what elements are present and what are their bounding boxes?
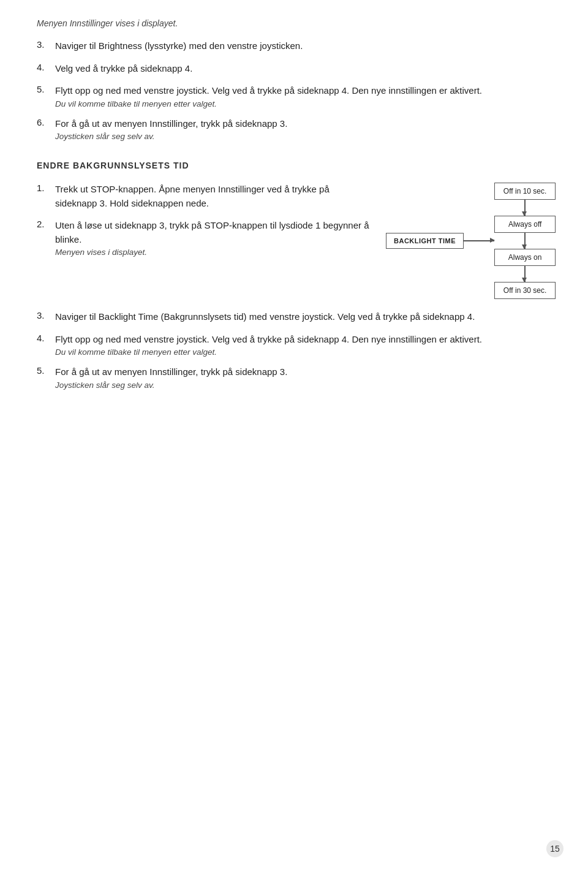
item-sub-text: Joysticken slår seg selv av.: [55, 381, 551, 390]
list-item: 5. For å gå ut av menyen Innstillinger, …: [37, 365, 551, 390]
v-arrow-1: [524, 200, 526, 216]
page-number: 15: [546, 840, 564, 857]
item-main-text: Trekk ut STOP-knappen. Åpne menyen Innst…: [55, 183, 374, 210]
item-num: 1.: [37, 183, 50, 210]
item-content: Naviger til Backlight Time (Bakgrunnslys…: [55, 310, 551, 324]
top-items-list: 3. Naviger til Brightness (lysstyrke) me…: [37, 39, 551, 141]
item-num: 4.: [37, 333, 50, 357]
page-container: Menyen Innstillinger vises i displayet. …: [0, 0, 588, 435]
list-item: 4. Flytt opp og ned med venstre joystick…: [37, 333, 551, 357]
diagram-text-col: 1. Trekk ut STOP-knappen. Åpne menyen In…: [37, 183, 374, 265]
item-content: Flytt opp og ned med venstre joystick. V…: [55, 333, 551, 357]
list-item: 3. Naviger til Backlight Time (Bakgrunns…: [37, 310, 551, 324]
item-sub-text: Du vil komme tilbake til menyen etter va…: [55, 347, 551, 357]
flowchart-item-2: Always on: [494, 249, 556, 266]
item-main-text: Naviger til Brightness (lysstyrke) med d…: [55, 39, 551, 53]
item-num: 5.: [37, 84, 50, 108]
item-num: 2.: [37, 219, 50, 257]
section-header: ENDRE BAKGRUNNSLYSETS TID: [37, 161, 551, 170]
v-arrow-3: [524, 266, 526, 282]
item-sub-text: Joysticken slår seg selv av.: [55, 132, 551, 141]
list-item: 6. For å gå ut av menyen Innstillinger, …: [37, 117, 551, 142]
item-sub-text: Du vil komme tilbake til menyen etter va…: [55, 99, 551, 108]
item-main-text: Velg ved å trykke på sideknapp 4.: [55, 62, 551, 76]
flowchart: BACKLIGHT TIME Off in 10 sec. Always off…: [386, 183, 551, 299]
item-content: For å gå ut av menyen Innstillinger, try…: [55, 117, 551, 142]
flowchart-item-1: Always off: [494, 216, 556, 233]
item-num: 6.: [37, 117, 50, 142]
item-main-text: Flytt opp og ned med venstre joystick. V…: [55, 333, 551, 347]
item-content: Naviger til Brightness (lysstyrke) med d…: [55, 39, 551, 53]
bottom-items-list: 3. Naviger til Backlight Time (Bakgrunns…: [37, 310, 551, 390]
v-arrow-2: [524, 233, 526, 249]
h-arrow: [464, 240, 494, 241]
item-content: Velg ved å trykke på sideknapp 4.: [55, 62, 551, 76]
flowchart-item-0: Off in 10 sec.: [494, 183, 556, 200]
diagram-section: 1. Trekk ut STOP-knappen. Åpne menyen In…: [37, 183, 551, 299]
item-num: 3.: [37, 39, 50, 53]
item-main-text: For å gå ut av menyen Innstillinger, try…: [55, 117, 551, 131]
list-item: 3. Naviger til Brightness (lysstyrke) me…: [37, 39, 551, 53]
item-main-text: Uten å løse ut sideknapp 3, trykk på STO…: [55, 219, 374, 246]
flowchart-item-3: Off in 30 sec.: [494, 282, 556, 299]
flowchart-main-box: BACKLIGHT TIME: [386, 233, 464, 249]
item-content: For å gå ut av menyen Innstillinger, try…: [55, 365, 551, 390]
flowchart-top-row: BACKLIGHT TIME Off in 10 sec. Always off…: [386, 183, 556, 299]
list-item: 4. Velg ved å trykke på sideknapp 4.: [37, 62, 551, 76]
list-item: 1. Trekk ut STOP-knappen. Åpne menyen In…: [37, 183, 374, 210]
intro-text: Menyen Innstillinger vises i displayet.: [37, 18, 551, 28]
item-num: 3.: [37, 310, 50, 324]
item-content: Trekk ut STOP-knappen. Åpne menyen Innst…: [55, 183, 374, 210]
item-content: Flytt opp og ned med venstre joystick. V…: [55, 84, 551, 108]
list-item: 5. Flytt opp og ned med venstre joystick…: [37, 84, 551, 108]
item-num: 5.: [37, 365, 50, 390]
flowchart-right-col: Off in 10 sec. Always off Always on Off …: [494, 183, 556, 299]
list-item: 2. Uten å løse ut sideknapp 3, trykk på …: [37, 219, 374, 257]
item-num: 4.: [37, 62, 50, 76]
item-main-text: For å gå ut av menyen Innstillinger, try…: [55, 365, 551, 379]
item-main-text: Flytt opp og ned med venstre joystick. V…: [55, 84, 551, 98]
item-main-text: Naviger til Backlight Time (Bakgrunnslys…: [55, 310, 551, 324]
item-sub-text: Menyen vises i displayet.: [55, 248, 374, 257]
item-content: Uten å løse ut sideknapp 3, trykk på STO…: [55, 219, 374, 257]
